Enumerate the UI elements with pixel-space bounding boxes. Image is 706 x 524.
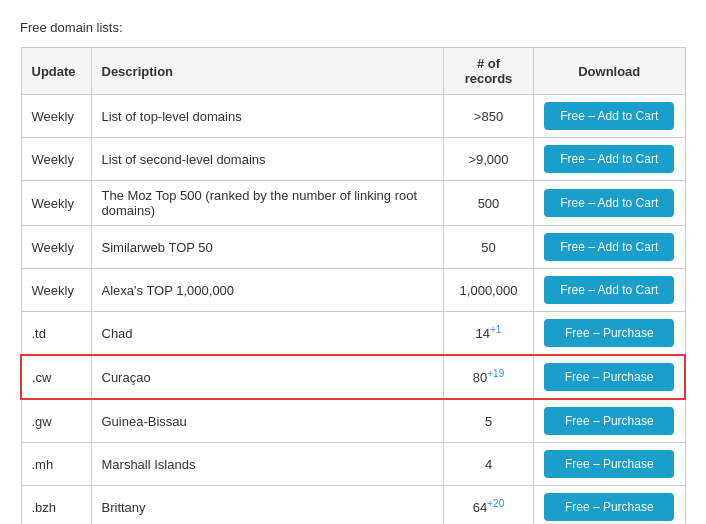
cell-update: Weekly [21, 95, 91, 138]
cell-update: Weekly [21, 226, 91, 269]
cell-records: >9,000 [444, 138, 534, 181]
cell-records: 4 [444, 443, 534, 486]
cell-records: >850 [444, 95, 534, 138]
cell-description: Similarweb TOP 50 [91, 226, 444, 269]
table-row: .tdChad14+1Free – Purchase [21, 312, 685, 356]
cell-description: List of top-level domains [91, 95, 444, 138]
cell-download: Free – Purchase [534, 399, 686, 443]
cell-download: Free – Purchase [534, 443, 686, 486]
add-to-cart-button[interactable]: Free – Add to Cart [544, 276, 674, 304]
cell-update: .cw [21, 355, 91, 399]
add-to-cart-button[interactable]: Free – Add to Cart [544, 233, 674, 261]
cell-records: 50 [444, 226, 534, 269]
cell-records: 14+1 [444, 312, 534, 356]
cell-download: Free – Add to Cart [534, 226, 686, 269]
cell-description: Marshall Islands [91, 443, 444, 486]
cell-update: .gw [21, 399, 91, 443]
cell-description: Guinea-Bissau [91, 399, 444, 443]
cell-description: Brittany [91, 486, 444, 525]
table-row: .mhMarshall Islands4Free – Purchase [21, 443, 685, 486]
cell-update: Weekly [21, 138, 91, 181]
purchase-button[interactable]: Free – Purchase [544, 407, 674, 435]
header-records: # ofrecords [444, 48, 534, 95]
records-superscript: +19 [487, 368, 504, 379]
cell-download: Free – Add to Cart [534, 95, 686, 138]
cell-description: The Moz Top 500 (ranked by the number of… [91, 181, 444, 226]
cell-update: .td [21, 312, 91, 356]
cell-records: 1,000,000 [444, 269, 534, 312]
domain-table: Update Description # ofrecords Download … [20, 47, 686, 524]
cell-description: Alexa's TOP 1,000,000 [91, 269, 444, 312]
records-superscript: +1 [490, 324, 501, 335]
table-row: .cwCuraçao80+19Free – Purchase [21, 355, 685, 399]
cell-download: Free – Add to Cart [534, 138, 686, 181]
cell-records: 5 [444, 399, 534, 443]
add-to-cart-button[interactable]: Free – Add to Cart [544, 102, 674, 130]
cell-download: Free – Add to Cart [534, 269, 686, 312]
table-header-row: Update Description # ofrecords Download [21, 48, 685, 95]
cell-update: .mh [21, 443, 91, 486]
records-superscript: +20 [487, 498, 504, 509]
table-row: WeeklyList of top-level domains>850Free … [21, 95, 685, 138]
header-download: Download [534, 48, 686, 95]
cell-download: Free – Purchase [534, 355, 686, 399]
cell-description: List of second-level domains [91, 138, 444, 181]
cell-download: Free – Purchase [534, 486, 686, 525]
cell-download: Free – Purchase [534, 312, 686, 356]
table-row: .bzhBrittany64+20Free – Purchase [21, 486, 685, 525]
purchase-button[interactable]: Free – Purchase [544, 450, 674, 478]
page-title: Free domain lists: [20, 20, 686, 35]
header-description: Description [91, 48, 444, 95]
cell-update: Weekly [21, 181, 91, 226]
cell-update: Weekly [21, 269, 91, 312]
cell-records: 500 [444, 181, 534, 226]
table-row: WeeklyAlexa's TOP 1,000,0001,000,000Free… [21, 269, 685, 312]
cell-description: Curaçao [91, 355, 444, 399]
purchase-button[interactable]: Free – Purchase [544, 363, 674, 391]
add-to-cart-button[interactable]: Free – Add to Cart [544, 145, 674, 173]
cell-download: Free – Add to Cart [534, 181, 686, 226]
cell-records: 64+20 [444, 486, 534, 525]
cell-description: Chad [91, 312, 444, 356]
header-update: Update [21, 48, 91, 95]
add-to-cart-button[interactable]: Free – Add to Cart [544, 189, 674, 217]
purchase-button[interactable]: Free – Purchase [544, 493, 674, 521]
table-row: WeeklyThe Moz Top 500 (ranked by the num… [21, 181, 685, 226]
table-row: WeeklyList of second-level domains>9,000… [21, 138, 685, 181]
purchase-button[interactable]: Free – Purchase [544, 319, 674, 347]
cell-records: 80+19 [444, 355, 534, 399]
table-row: .gwGuinea-Bissau5Free – Purchase [21, 399, 685, 443]
table-row: WeeklySimilarweb TOP 5050Free – Add to C… [21, 226, 685, 269]
cell-update: .bzh [21, 486, 91, 525]
